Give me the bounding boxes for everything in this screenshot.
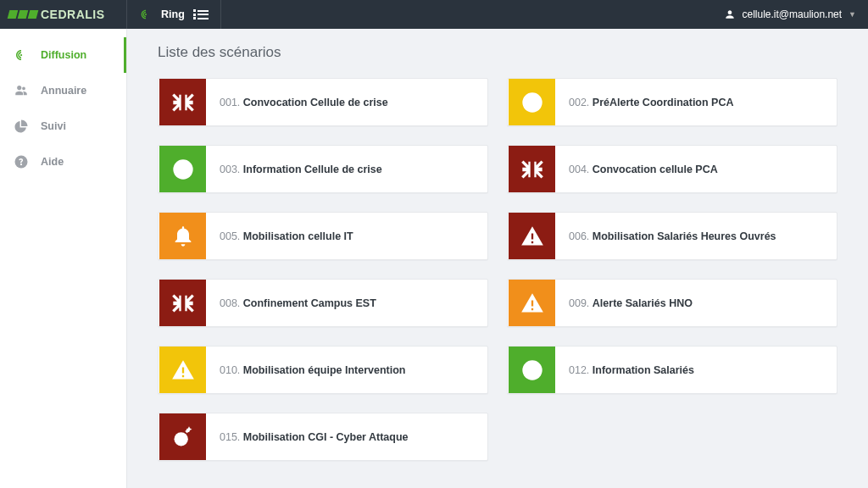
scenario-text: 005. Mobilisation cellule IT: [207, 230, 353, 242]
warn-icon: [159, 347, 206, 393]
bell-icon: [159, 213, 206, 259]
chevron-down-icon: ▼: [849, 10, 856, 19]
scenario-number: 003.: [220, 164, 243, 175]
warn-icon: [509, 280, 555, 326]
scenario-text: 015. Mobilisation CGI - Cyber Attaque: [207, 431, 409, 443]
scenario-title: Convocation cellule PCA: [593, 164, 718, 175]
brand-logo[interactable]: CEDRALIS: [0, 0, 127, 29]
scenario-card[interactable]: 006. Mobilisation Salariés Heures Ouvrés: [507, 212, 837, 260]
scenario-number: 006.: [569, 230, 593, 242]
scenario-number: 012.: [569, 364, 593, 376]
info-icon: [509, 347, 555, 393]
scenario-text: 008. Confinement Campus EST: [207, 297, 376, 309]
help-icon: [14, 154, 29, 169]
scenario-title: Convocation Cellule de crise: [243, 97, 388, 108]
scenario-card[interactable]: 003. Information Cellule de crise: [158, 145, 488, 193]
logo-icon: [8, 10, 37, 19]
broadcast-icon: [14, 47, 29, 63]
scenario-card[interactable]: 009. Alerte Salariés HNO: [507, 279, 837, 327]
scenario-title: Mobilisation CGI - Cyber Attaque: [243, 431, 409, 443]
nav-label: Aide: [41, 156, 64, 168]
scenario-title: Mobilisation Salariés Heures Ouvrés: [593, 230, 776, 242]
scenario-text: 004. Convocation cellule PCA: [556, 164, 718, 175]
scenario-text: 012. Information Salariés: [556, 364, 694, 376]
sidebar-item-aide[interactable]: Aide: [0, 144, 126, 180]
scenario-text: 001. Convocation Cellule de crise: [207, 97, 388, 108]
scenario-title: PréAlerte Coordination PCA: [593, 97, 734, 108]
scenario-text: 003. Information Cellule de crise: [207, 164, 382, 175]
scenario-card[interactable]: 005. Mobilisation cellule IT: [158, 212, 488, 260]
info-icon: [509, 79, 555, 125]
info-icon: [159, 146, 206, 192]
scenario-number: 001.: [220, 97, 243, 108]
scenario-number: 002.: [569, 97, 593, 108]
scenario-card[interactable]: 001. Convocation Cellule de crise: [158, 78, 488, 126]
scenario-card[interactable]: 010. Mobilisation équipe Intervention: [158, 346, 488, 394]
top-bar: CEDRALIS Ring cellule.it@maulion.net ▼: [0, 0, 868, 29]
scenario-card[interactable]: 012. Information Salariés: [507, 346, 837, 394]
compress-icon: [509, 146, 555, 192]
page-title: Liste des scénarios: [158, 44, 837, 61]
module-label: Ring: [161, 8, 185, 20]
broadcast-icon: [139, 8, 153, 21]
warn-icon: [509, 213, 555, 259]
scenario-card[interactable]: 004. Convocation cellule PCA: [507, 145, 837, 193]
scenario-title: Mobilisation équipe Intervention: [243, 364, 406, 376]
scenario-number: 004.: [569, 164, 593, 175]
scenario-number: 005.: [220, 230, 243, 242]
users-icon: [14, 83, 29, 98]
scenario-text: 010. Mobilisation équipe Intervention: [207, 364, 406, 376]
user-menu[interactable]: cellule.it@maulion.net ▼: [724, 8, 869, 20]
brand-name: CEDRALIS: [41, 8, 105, 21]
compress-icon: [159, 79, 206, 125]
scenario-title: Information Cellule de crise: [243, 164, 382, 175]
scenario-title: Information Salariés: [593, 364, 694, 376]
nav-label: Diffusion: [41, 49, 86, 61]
scenario-number: 015.: [220, 431, 243, 443]
pie-icon: [14, 119, 29, 134]
scenario-title: Alerte Salariés HNO: [593, 297, 693, 309]
user-label: cellule.it@maulion.net: [743, 8, 843, 20]
scenario-title: Confinement Campus EST: [243, 297, 376, 309]
sidebar-item-diffusion[interactable]: Diffusion: [0, 37, 126, 73]
scenario-title: Mobilisation cellule IT: [243, 230, 353, 242]
user-icon: [724, 8, 736, 20]
scenario-card[interactable]: 015. Mobilisation CGI - Cyber Attaque: [158, 413, 488, 461]
compress-icon: [159, 280, 206, 326]
scenario-card[interactable]: 008. Confinement Campus EST: [158, 279, 488, 327]
scenario-text: 006. Mobilisation Salariés Heures Ouvrés: [556, 230, 776, 242]
scenario-text: 002. PréAlerte Coordination PCA: [556, 97, 734, 108]
bomb-icon: [159, 413, 206, 460]
nav-label: Suivi: [41, 120, 66, 132]
content: Liste des scénarios 001. Convocation Cel…: [127, 29, 868, 488]
module-switch[interactable]: Ring: [127, 0, 221, 29]
scenario-number: 010.: [220, 364, 243, 376]
sidebar: Diffusion Annuaire Suivi Aide: [0, 29, 127, 488]
nav-label: Annuaire: [41, 85, 86, 97]
scenario-number: 009.: [569, 297, 593, 309]
scenario-card[interactable]: 002. PréAlerte Coordination PCA: [507, 78, 837, 126]
scenario-text: 009. Alerte Salariés HNO: [556, 297, 693, 309]
scenario-grid: 001. Convocation Cellule de crise002. Pr…: [158, 78, 837, 461]
list-icon[interactable]: [193, 9, 209, 19]
sidebar-item-annuaire[interactable]: Annuaire: [0, 73, 126, 108]
sidebar-item-suivi[interactable]: Suivi: [0, 108, 126, 144]
scenario-number: 008.: [220, 297, 243, 309]
